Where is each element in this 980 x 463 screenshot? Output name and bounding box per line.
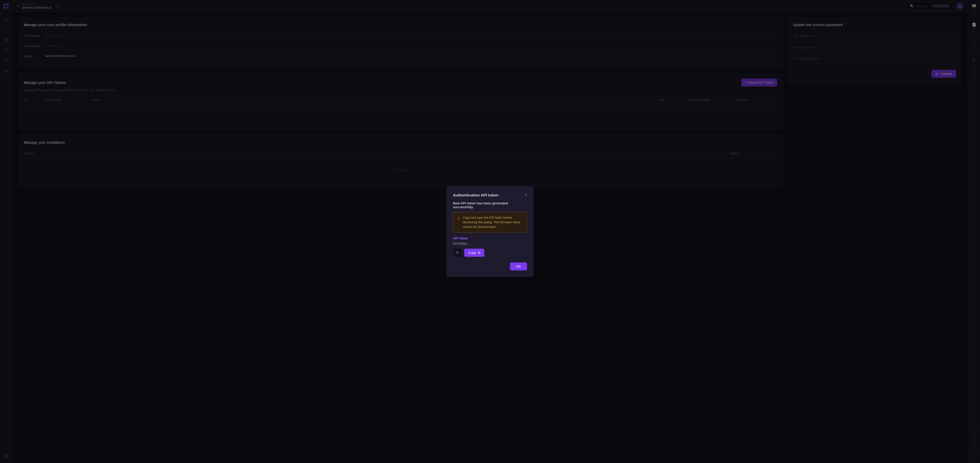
modal-warning-box: ⚠ Copy and save the API token before dis… [453,212,527,232]
token-copy-button[interactable]: Copy ⧉ [464,249,484,257]
modal-overlay[interactable]: Authentication API token × New API token… [0,0,980,463]
warning-icon: ⚠ [457,216,460,229]
modal-header: Authentication API token × [453,193,527,197]
token-actions: 👁 Copy ⧉ [453,248,527,257]
modal-success-strong: New API token has been generated success… [453,201,508,209]
warning-text: Copy and save the API token before dismi… [463,215,523,229]
modal-dialog: Authentication API token × New API token… [447,186,533,277]
modal-title: Authentication API token [453,193,498,197]
eye-icon: 👁 [456,251,459,255]
token-value: P2IYQ5X... [453,242,527,245]
modal-close-button[interactable]: × [525,193,527,197]
modal-ok-button[interactable]: OK [510,263,527,270]
copy-label: Copy [468,251,476,255]
token-label: API Token [453,237,527,240]
copy-icon: ⧉ [478,251,480,255]
modal-footer: OK [453,263,527,270]
modal-success-message: New API token has been generated success… [453,201,527,209]
token-visibility-button[interactable]: 👁 [453,248,462,257]
